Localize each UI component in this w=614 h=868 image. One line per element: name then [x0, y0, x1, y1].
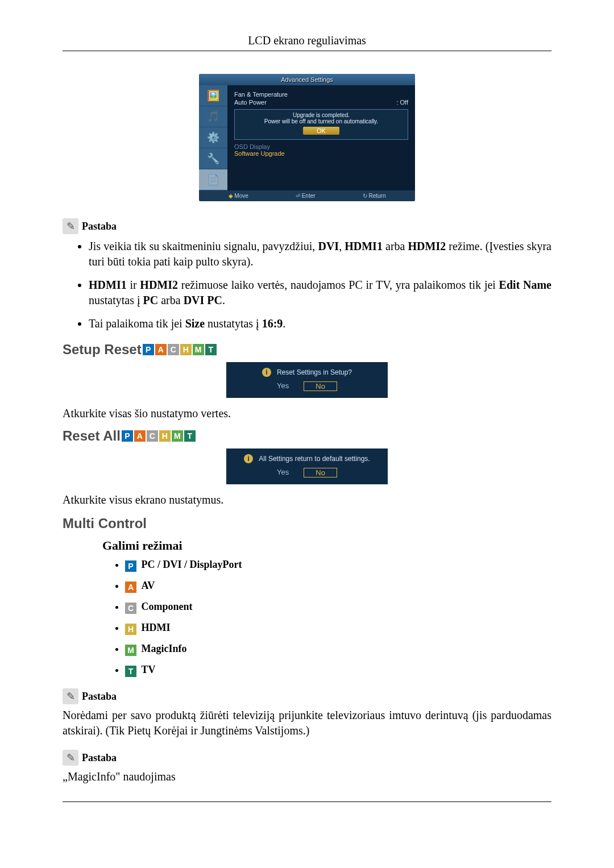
osd-footer-enter: Enter [296, 193, 316, 199]
reset-all-dialog-msg: All Settings return to default settings. [259, 455, 370, 463]
modes-list: P PC / DVI / DisplayPort A AV C Componen… [125, 559, 551, 677]
dialog-no-button: No [304, 468, 337, 477]
osd-title: Advanced Settings [281, 76, 333, 83]
badge-p-icon: P [143, 344, 154, 355]
osd-osd-display-label: OSD Display [234, 143, 408, 150]
reset-all-heading: Reset All P A C H M T [63, 428, 551, 444]
dialog-no-button: No [304, 381, 337, 391]
note-label: Pastaba [82, 221, 117, 232]
badge-a-icon: A [125, 582, 136, 593]
osd-auto-power-value: : Off [396, 99, 408, 106]
osd-popup-msg1: Upgrade is completed. [238, 112, 404, 118]
note-icon: ✎ [63, 750, 78, 766]
badge-p-icon: P [122, 430, 133, 442]
osd-popup-msg2: Power will be off and turned on automati… [238, 118, 404, 124]
osd-screenshot: Advanced Settings 🖼️ 🎵 ⚙️ 🔧 📄 Fan & Temp… [63, 74, 551, 201]
multi-control-heading: Multi Control [63, 516, 551, 531]
osd-popup: Upgrade is completed. Power will be off … [234, 109, 408, 140]
reset-all-dialog: i All Settings return to default setting… [63, 448, 551, 484]
badge-p-icon: P [125, 560, 136, 572]
mode-item-hdmi: H HDMI [125, 622, 551, 635]
badge-m-icon: M [172, 430, 183, 442]
osd-nav-icon-sound: 🎵 [199, 106, 227, 127]
mode-item-tv: T TV [125, 664, 551, 677]
badge-m-icon: M [193, 344, 204, 355]
osd-titlebar: Advanced Settings [199, 74, 415, 85]
note-icon: ✎ [63, 688, 78, 704]
osd-nav-icon-disabled: 📄 [199, 169, 227, 190]
note1-bullets: Jis veikia tik su skaitmeniniu signalu, … [75, 239, 551, 331]
setup-reset-dialog: i Reset Settings in Setup? Yes No [63, 362, 551, 398]
badge-c-icon: C [168, 344, 179, 355]
reset-all-desc: Atkurkite visus ekrano nustatymus. [63, 493, 551, 506]
osd-nav-icon-multi: 🔧 [199, 148, 227, 169]
note-label: Pastaba [82, 752, 117, 764]
badge-h-icon: H [159, 430, 171, 442]
osd-nav-icon-setup: ⚙️ [199, 127, 227, 148]
mode-item-av: A AV [125, 580, 551, 593]
badge-t-icon: T [184, 430, 196, 442]
badge-t-icon: T [205, 344, 217, 355]
badge-a-icon: A [155, 344, 167, 355]
mode-item-component: C Component [125, 601, 551, 614]
osd-ok-button: OK [303, 127, 339, 135]
badge-c-icon: C [125, 603, 136, 614]
badge-h-icon: H [125, 624, 136, 635]
osd-nav-icon-picture: 🖼️ [199, 85, 227, 106]
mode-item-pc: P PC / DVI / DisplayPort [125, 559, 551, 572]
osd-side-nav: 🖼️ 🎵 ⚙️ 🔧 📄 [199, 85, 227, 190]
note3-text: „MagicInfo" naudojimas [63, 769, 551, 784]
note-label: Pastaba [82, 691, 117, 703]
dialog-yes-button: Yes [277, 468, 289, 477]
osd-footer: Move Enter Return [199, 190, 415, 201]
osd-software-upgrade-label: Software Upgrade [234, 150, 408, 157]
setup-reset-dialog-msg: Reset Settings in Setup? [277, 368, 352, 376]
osd-fan-temp-label: Fan & Temperature [234, 91, 288, 98]
info-icon: i [262, 368, 271, 377]
note1-bullet-2: HDMI1 ir HDMI2 režimuose laiko vertės, n… [89, 277, 551, 308]
page-header-title: LCD ekrano reguliavimas [63, 34, 551, 47]
setup-reset-desc: Atkurkite visas šio nustatymo vertes. [63, 407, 551, 420]
info-icon: i [244, 454, 253, 463]
osd-footer-move: Move [229, 193, 248, 199]
note-icon: ✎ [63, 218, 78, 234]
dialog-yes-button: Yes [277, 381, 289, 391]
bottom-rule [63, 801, 551, 802]
available-modes-subheading: Galimi režimai [102, 538, 551, 553]
top-rule [63, 51, 551, 51]
note2-text: Norėdami per savo produktą žiūrėti telev… [63, 708, 551, 738]
note1-bullet-1: Jis veikia tik su skaitmeniniu signalu, … [89, 239, 551, 269]
setup-reset-heading: Setup Reset P A C H M T [63, 342, 551, 358]
badge-h-icon: H [180, 344, 192, 355]
osd-auto-power-label: Auto Power [234, 99, 267, 106]
badge-a-icon: A [134, 430, 146, 442]
badge-c-icon: C [147, 430, 158, 442]
note1-bullet-3: Tai palaikoma tik jei Size nustatytas į … [89, 316, 551, 331]
osd-footer-return: Return [363, 193, 386, 199]
badge-t-icon: T [125, 666, 136, 677]
mode-item-magicinfo: M MagicInfo [125, 643, 551, 656]
badge-m-icon: M [125, 645, 136, 656]
